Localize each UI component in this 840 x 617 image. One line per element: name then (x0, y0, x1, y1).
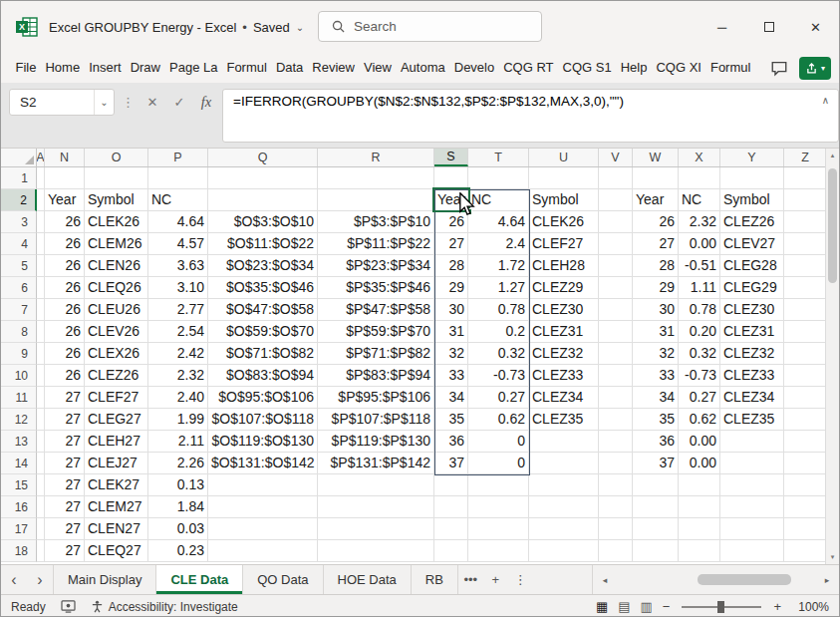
cell-Z7[interactable] (784, 299, 827, 321)
horizontal-scrollbar[interactable]: ◂ ▸ (592, 565, 839, 594)
cell-V13[interactable] (599, 431, 633, 453)
cell-S10[interactable]: 33 (434, 365, 468, 387)
cell-Y3[interactable]: CLEZ26 (720, 211, 784, 233)
cell-W6[interactable]: 29 (633, 277, 679, 299)
cell-S13[interactable]: 36 (434, 431, 468, 453)
cell-V10[interactable] (599, 365, 633, 387)
cell-T15[interactable] (468, 474, 529, 496)
cell-O17[interactable]: CLEN27 (85, 518, 148, 540)
cell-V4[interactable] (599, 233, 633, 255)
zoom-level[interactable]: 100% (791, 600, 829, 614)
search-input[interactable]: Search (318, 11, 542, 42)
cell-Y14[interactable] (720, 453, 784, 474)
row-header-1[interactable]: 1 (1, 167, 37, 189)
cell-P11[interactable]: 2.40 (148, 387, 208, 409)
cell-Y5[interactable]: CLEG28 (720, 255, 784, 277)
excel-logo-icon[interactable]: X (15, 15, 39, 39)
cell-Y10[interactable]: CLEZ33 (720, 365, 784, 387)
cell-N15[interactable]: 27 (45, 474, 85, 496)
close-button[interactable]: ✕ (792, 1, 839, 53)
formula-bar-collapse-icon[interactable]: ∧ (822, 95, 829, 106)
row-header-7[interactable]: 7 (1, 299, 37, 321)
cell-Z14[interactable] (784, 453, 827, 474)
cell-W10[interactable]: 33 (633, 365, 679, 387)
column-header-Q[interactable]: Q (208, 149, 318, 166)
cell-X7[interactable]: 0.78 (679, 299, 720, 321)
cell-A6[interactable] (37, 277, 45, 299)
cell-T6[interactable]: 1.27 (468, 277, 529, 299)
cell-Q11[interactable]: $O$95:$O$106 (208, 387, 318, 409)
cell-V17[interactable] (599, 518, 633, 540)
cell-P10[interactable]: 2.32 (148, 365, 208, 387)
cell-X14[interactable]: 0.00 (679, 453, 720, 474)
sheet-menu-button[interactable]: ⋮ (508, 565, 533, 594)
name-box-resize-handle[interactable]: ⋮ (120, 89, 137, 116)
cell-X6[interactable]: 1.11 (679, 277, 720, 299)
row-header-6[interactable]: 6 (1, 277, 37, 299)
cell-T4[interactable]: 2.4 (468, 233, 529, 255)
insert-function-button[interactable]: fx (195, 89, 217, 116)
cell-O10[interactable]: CLEZ26 (85, 365, 148, 387)
cell-U10[interactable]: CLEZ33 (529, 365, 599, 387)
cell-W18[interactable] (633, 540, 679, 562)
cell-W17[interactable] (633, 518, 679, 540)
cell-Z1[interactable] (784, 167, 827, 189)
cell-Y2[interactable]: Symbol (720, 189, 784, 211)
column-header-T[interactable]: T (468, 149, 529, 166)
cell-P14[interactable]: 2.26 (148, 453, 208, 474)
accessibility-status[interactable]: Accessibility: Investigate (91, 600, 238, 614)
cell-O8[interactable]: CLEV26 (85, 321, 148, 343)
cell-N18[interactable]: 27 (45, 540, 85, 562)
cell-U3[interactable]: CLEK26 (529, 211, 599, 233)
cell-O12[interactable]: CLEG27 (85, 409, 148, 431)
row-header-4[interactable]: 4 (1, 233, 37, 255)
cell-U17[interactable] (529, 518, 599, 540)
cell-P16[interactable]: 1.84 (148, 496, 208, 518)
cell-T1[interactable] (468, 167, 529, 189)
ribbon-tab-data[interactable]: Data (271, 53, 307, 83)
horizontal-scrollbar-thumb[interactable] (698, 574, 791, 585)
saved-dropdown-icon[interactable]: ⌄ (296, 22, 304, 33)
cell-X9[interactable]: 0.32 (679, 343, 720, 365)
cell-O11[interactable]: CLEF27 (85, 387, 148, 409)
cell-A3[interactable] (37, 211, 45, 233)
ribbon-tab-formul[interactable]: Formul (705, 53, 754, 83)
cell-O2[interactable]: Symbol (85, 189, 148, 211)
cell-X18[interactable] (679, 540, 720, 562)
saved-status[interactable]: Saved (253, 20, 290, 35)
cell-P7[interactable]: 2.77 (148, 299, 208, 321)
cell-Y15[interactable] (720, 474, 784, 496)
cell-U4[interactable]: CLEF27 (529, 233, 599, 255)
macro-record-icon[interactable] (61, 600, 76, 613)
cell-A5[interactable] (37, 255, 45, 277)
column-header-A[interactable]: A (37, 149, 45, 166)
cell-U14[interactable] (529, 453, 599, 474)
ribbon-tab-file[interactable]: File (11, 53, 41, 83)
row-header-12[interactable]: 12 (1, 409, 37, 431)
cell-O6[interactable]: CLEQ26 (85, 277, 148, 299)
select-all-corner[interactable] (1, 149, 37, 166)
cell-Q12[interactable]: $O$107:$O$118 (208, 409, 318, 431)
cell-S2[interactable]: Year (434, 189, 468, 211)
cell-W9[interactable]: 32 (633, 343, 679, 365)
row-header-16[interactable]: 16 (1, 496, 37, 518)
cell-A14[interactable] (37, 453, 45, 474)
cell-S11[interactable]: 34 (434, 387, 468, 409)
cell-O16[interactable]: CLEM27 (85, 496, 148, 518)
row-header-17[interactable]: 17 (1, 518, 37, 540)
cell-W7[interactable]: 30 (633, 299, 679, 321)
add-sheet-button[interactable]: + (483, 565, 508, 594)
cell-Z15[interactable] (784, 474, 827, 496)
cell-R8[interactable]: $P$59:$P$70 (318, 321, 434, 343)
cell-V18[interactable] (599, 540, 633, 562)
cell-S3[interactable]: 26 (434, 211, 468, 233)
cell-A16[interactable] (37, 496, 45, 518)
cell-Q7[interactable]: $O$47:$O$58 (208, 299, 318, 321)
more-sheets-button[interactable]: ••• (458, 565, 483, 594)
cell-Z2[interactable] (784, 189, 827, 211)
cell-T5[interactable]: 1.72 (468, 255, 529, 277)
cell-O4[interactable]: CLEM26 (85, 233, 148, 255)
sheet-tab-rb[interactable]: RB (412, 565, 458, 594)
cell-X16[interactable] (679, 496, 720, 518)
cell-N5[interactable]: 26 (45, 255, 85, 277)
